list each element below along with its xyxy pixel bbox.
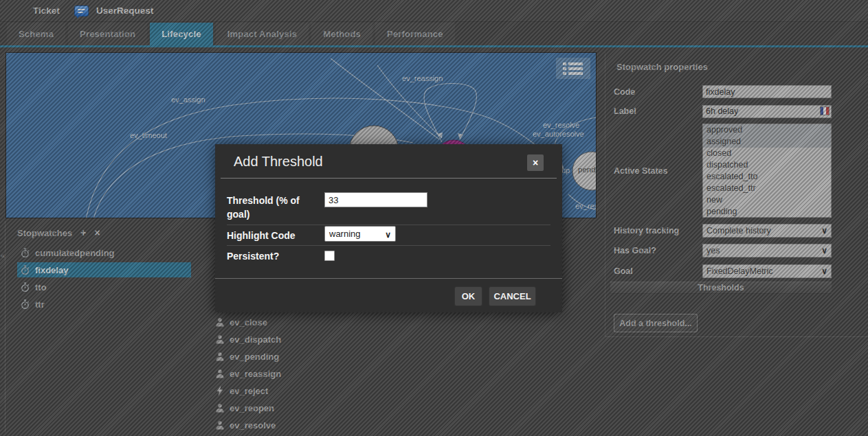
stopwatch-list: cumulatedpending fixdelay <box>17 245 191 314</box>
stopwatch-name: tto <box>35 282 47 292</box>
tab-label: Methods <box>323 29 361 39</box>
dialog-title: Add Threshold <box>234 154 323 170</box>
has-goal-value: yes <box>706 246 720 255</box>
tab[interactable]: Presentation <box>68 23 147 45</box>
goal-label: Goal <box>614 266 633 276</box>
properties-panel-bottom-border <box>605 336 868 337</box>
active-state-option[interactable]: pending <box>703 206 831 218</box>
event-name: ev_close <box>230 317 267 328</box>
tab[interactable]: Lifecycle <box>150 23 212 45</box>
ok-button[interactable]: OK <box>454 286 482 306</box>
stopwatch-icon <box>21 299 30 310</box>
event-list-item[interactable]: ev_dispatch <box>215 331 281 348</box>
object-name-label: UserRequest <box>96 5 153 16</box>
chat-bubble-icon <box>74 5 89 16</box>
chevron-down-icon: ∨ <box>385 227 391 242</box>
chevron-down-icon: ∨ <box>821 244 827 257</box>
active-state-option[interactable]: closed <box>703 148 831 159</box>
tab[interactable]: Methods <box>311 23 372 45</box>
stopwatch-name: cumulatedpending <box>35 248 115 258</box>
add-threshold-button[interactable]: Add a threshold... <box>614 314 698 332</box>
event-list-item[interactable]: ev_reopen <box>215 400 281 417</box>
person-icon <box>215 352 225 362</box>
active-state-option-label: closed <box>706 148 731 158</box>
person-icon <box>215 403 225 413</box>
event-name: ev_reopen <box>230 403 274 413</box>
goal-select[interactable]: FixedDelayMetric ∨ <box>702 264 832 278</box>
edge-label-ev-autoresolve: ev_autoresolve <box>533 130 584 138</box>
stopwatch-list-item[interactable]: ttr <box>17 297 191 312</box>
tab[interactable]: Schema <box>7 23 65 45</box>
stopwatch-name: fixdelay <box>35 265 68 275</box>
event-list-item[interactable]: ev_close <box>215 314 281 331</box>
event-list-item[interactable]: ev_resolve <box>215 417 281 434</box>
active-states-listbox[interactable]: approved assigned closed dispatched esca… <box>702 124 832 218</box>
panel-splitter[interactable] <box>5 221 5 433</box>
stopwatch-name: ttr <box>35 299 45 310</box>
persistent-checkbox[interactable] <box>324 251 335 261</box>
persistent-label: Persistent? <box>227 249 322 263</box>
dialog-title-separator <box>221 178 557 179</box>
event-name: ev_resolve <box>230 420 276 431</box>
stopwatch-icon <box>21 282 30 292</box>
highlight-code-label: Highlight Code <box>227 229 322 242</box>
history-tracking-label: History tracking <box>614 226 679 236</box>
add-stopwatch-icon[interactable]: + <box>80 227 86 238</box>
highlight-code-select[interactable]: warning ∨ <box>324 226 396 242</box>
tab[interactable]: Performance <box>375 23 455 45</box>
delete-stopwatch-icon[interactable]: × <box>94 227 100 238</box>
code-input[interactable] <box>702 85 832 98</box>
active-state-option-label: escalated_ttr <box>706 183 756 193</box>
event-name: ev_reject <box>230 386 268 396</box>
has-goal-select[interactable]: yes ∨ <box>702 244 832 257</box>
label-input[interactable] <box>702 105 832 118</box>
stopwatch-icon <box>21 248 30 258</box>
stopwatch-list-item[interactable]: fixdelay <box>17 262 191 277</box>
active-state-option[interactable]: new <box>703 194 831 206</box>
edge-label-ev-assign: ev_assign <box>171 95 205 104</box>
label-input-wrap <box>702 104 832 119</box>
diagram-list-icon-button[interactable] <box>556 58 590 79</box>
cancel-button[interactable]: CANCEL <box>489 286 536 306</box>
row-separator <box>227 245 550 246</box>
active-state-option[interactable]: escalated_ttr <box>703 183 831 194</box>
edge-label-fragment-up: up <box>561 166 570 174</box>
label-field-label: Label <box>614 106 636 116</box>
thresholds-section-header: Thresholds <box>610 282 832 294</box>
person-icon <box>215 420 225 431</box>
active-state-option[interactable]: approved <box>703 124 831 136</box>
active-state-option[interactable]: assigned <box>703 136 831 148</box>
history-tracking-value: Complete history <box>706 226 771 236</box>
chevron-down-icon: ∨ <box>821 265 827 278</box>
event-list-item[interactable]: ev_reject <box>215 382 281 400</box>
stopwatches-header: Stopwatches + × <box>17 227 100 238</box>
tab-label: Impact Analysis <box>227 29 298 39</box>
tab-bar: Schema Presentation Lifecycle Impact Ana… <box>7 23 455 45</box>
event-list-item[interactable]: ev_pending <box>215 348 281 365</box>
active-states-label: Active States <box>614 166 668 176</box>
active-state-option-label: dispatched <box>706 160 748 170</box>
add-threshold-dialog: Add Threshold × Threshold (% of goal) Hi… <box>215 144 562 312</box>
edge-label-ev-reassign: ev_reassign <box>402 74 443 82</box>
active-state-option[interactable]: escalated_tto <box>703 171 831 183</box>
stopwatch-list-item[interactable]: tto <box>17 279 191 295</box>
footer-separator <box>215 278 562 279</box>
event-name: ev_dispatch <box>230 334 281 345</box>
tab[interactable]: Impact Analysis <box>216 23 309 45</box>
edge-label-ev-timeout: ev_timeout <box>130 131 167 139</box>
edge-label-ev-resolve: ev_resolve <box>543 121 579 129</box>
stopwatch-list-item[interactable]: cumulatedpending <box>17 245 191 260</box>
tab-label: Schema <box>19 29 54 39</box>
history-tracking-select[interactable]: Complete history ∨ <box>702 224 832 238</box>
french-flag-icon[interactable] <box>820 106 830 115</box>
person-icon <box>215 317 225 328</box>
active-state-option-label: pending <box>706 207 737 216</box>
event-list-item[interactable]: ev_reassign <box>215 365 281 382</box>
close-icon[interactable]: × <box>527 154 544 171</box>
lightning-icon <box>215 386 225 396</box>
active-state-option[interactable]: dispatched <box>703 159 831 171</box>
highlight-code-value: warning <box>329 229 361 239</box>
threshold-input[interactable] <box>324 192 427 207</box>
event-name: ev_pending <box>230 352 279 362</box>
threshold-field-label: Threshold (% of goal) <box>227 194 322 222</box>
